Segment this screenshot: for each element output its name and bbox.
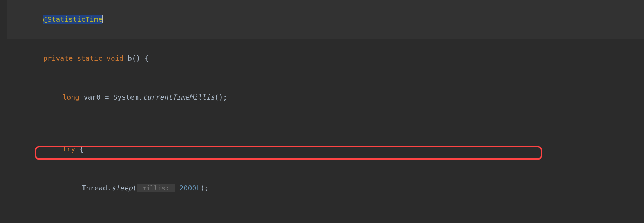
annotation: @StatisticTime xyxy=(43,15,102,24)
method-sleep: sleep xyxy=(111,184,132,192)
keyword-try: try xyxy=(62,145,75,153)
code-editor[interactable]: @StatisticTime private static void b() {… xyxy=(0,0,644,223)
code-line-catch[interactable]: } catch (InterruptedException var5) { xyxy=(7,208,644,223)
number-literal: 2000L xyxy=(179,184,200,192)
keyword-private: private xyxy=(43,54,73,62)
code-line-method-signature[interactable]: private static void b() { xyxy=(7,39,644,78)
text-caret xyxy=(102,15,103,23)
keyword-static: static xyxy=(77,54,102,62)
code-line-var-decl[interactable]: long var0 = System.currentTimeMillis(); xyxy=(7,78,644,117)
keyword-void: void xyxy=(107,54,123,62)
keyword-long: long xyxy=(62,93,79,101)
method-currentTimeMillis: currentTimeMillis xyxy=(143,93,215,101)
method-name: b xyxy=(128,54,132,62)
parameter-hint: millis: xyxy=(137,184,175,192)
code-line-sleep[interactable]: Thread.sleep( millis: 2000L); xyxy=(7,169,644,208)
code-line-try[interactable]: try { xyxy=(7,130,644,169)
code-line-blank[interactable] xyxy=(7,117,644,130)
code-line-annotation[interactable]: @StatisticTime xyxy=(7,0,644,39)
